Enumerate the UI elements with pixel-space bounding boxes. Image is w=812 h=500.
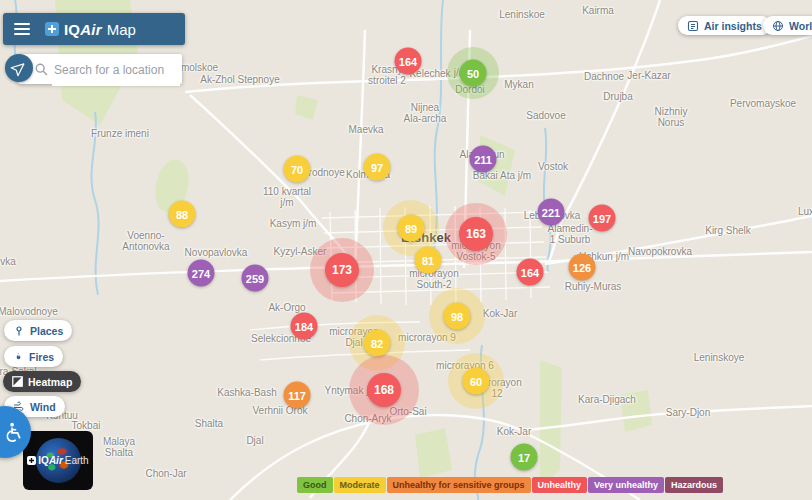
aqi-marker[interactable]: 81 — [415, 247, 442, 274]
app-header: IQAir Map — [3, 13, 185, 45]
air-insights-button[interactable]: Air insights — [678, 16, 771, 35]
earth-widget-label: IQAir Earth — [23, 455, 93, 466]
globe-icon — [772, 20, 784, 32]
heatmap-icon — [12, 376, 23, 387]
search-input[interactable] — [52, 54, 180, 86]
map-pin-icon — [13, 325, 25, 337]
heatmap-button[interactable]: Heatmap — [3, 371, 81, 392]
logo-brand: IQAir — [64, 21, 102, 38]
fires-button[interactable]: Fires — [4, 346, 63, 367]
air-insights-label: Air insights — [704, 20, 762, 32]
aqi-marker[interactable]: 274 — [188, 260, 215, 287]
aqi-marker[interactable]: 82 — [364, 330, 391, 357]
places-label: Places — [30, 325, 63, 337]
world-aqi-button[interactable]: World a — [763, 16, 812, 35]
legend-chip: Hazardous — [665, 477, 723, 493]
logo-product: Map — [107, 21, 136, 38]
legend-chip: Unhealthy for sensitive groups — [387, 477, 531, 493]
iqair-map-app: KomsomolskoeAk-Zhol StepnoyeLeninskoeKai… — [0, 0, 812, 500]
aqi-marker[interactable]: 126 — [569, 254, 596, 281]
insights-list-icon — [687, 20, 699, 32]
aqi-marker[interactable]: 168 — [367, 373, 401, 407]
aqi-marker[interactable]: 50 — [460, 60, 487, 87]
legend-chip: Very unhealthy — [588, 477, 664, 493]
search-bar — [18, 54, 182, 84]
wheelchair-icon — [2, 421, 24, 443]
aqi-marker[interactable]: 97 — [364, 154, 391, 181]
locate-me-button[interactable] — [5, 54, 33, 82]
fires-label: Fires — [29, 351, 54, 363]
aqi-marker[interactable]: 164 — [517, 259, 544, 286]
aqi-marker[interactable]: 173 — [325, 253, 359, 287]
aqi-marker[interactable]: 60 — [463, 368, 490, 395]
aqi-marker[interactable]: 259 — [242, 265, 269, 292]
aqi-marker[interactable]: 197 — [589, 205, 616, 232]
menu-icon[interactable] — [14, 20, 30, 38]
aqi-marker[interactable]: 164 — [395, 48, 422, 75]
aqi-marker[interactable]: 184 — [291, 313, 318, 340]
flame-icon — [13, 351, 24, 363]
aqi-marker[interactable]: 98 — [444, 303, 471, 330]
aqi-marker[interactable]: 117 — [284, 382, 311, 409]
aqi-marker[interactable]: 221 — [538, 199, 565, 226]
aqi-marker[interactable]: 17 — [511, 444, 538, 471]
aqi-marker[interactable]: 211 — [470, 146, 497, 173]
iqair-plus-icon — [27, 456, 36, 465]
world-aqi-label: World a — [789, 20, 812, 32]
aqi-marker[interactable]: 70 — [284, 156, 311, 183]
aqi-marker[interactable]: 88 — [169, 201, 196, 228]
send-icon — [9, 58, 29, 78]
iqair-logo: IQAir Map — [45, 21, 136, 38]
legend-chip: Good — [297, 477, 333, 493]
search-icon — [35, 63, 48, 76]
heatmap-label: Heatmap — [28, 376, 72, 388]
legend-chip: Unhealthy — [532, 477, 588, 493]
aqi-marker[interactable]: 163 — [459, 217, 493, 251]
legend-chip: Moderate — [334, 477, 386, 493]
wind-label: Wind — [30, 401, 56, 413]
iqair-plus-icon — [45, 22, 59, 36]
aqi-legend: GoodModerateUnhealthy for sensitive grou… — [297, 477, 723, 493]
iqair-earth-widget[interactable]: IQAir Earth — [23, 431, 93, 490]
aqi-marker[interactable]: 89 — [398, 215, 425, 242]
places-button[interactable]: Places — [4, 320, 72, 341]
